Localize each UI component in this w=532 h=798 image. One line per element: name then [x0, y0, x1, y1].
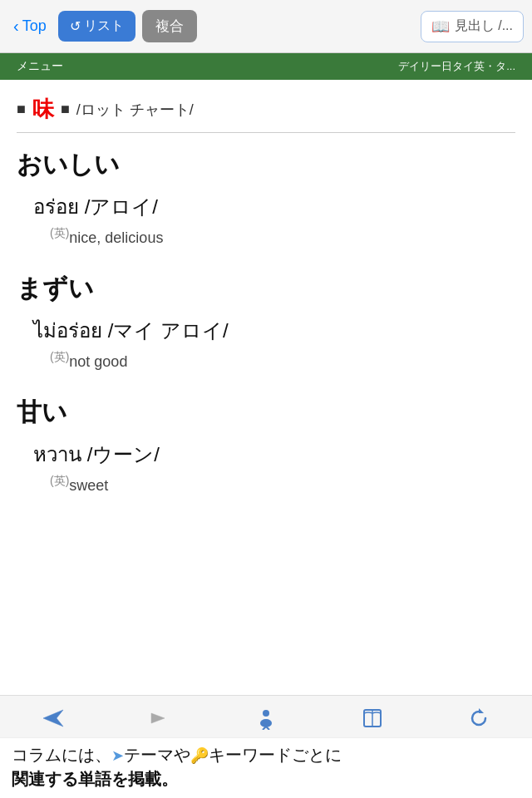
refresh-icon-toolbar — [467, 707, 490, 730]
entry-thai-2: หวาน /ウーン/ — [33, 438, 515, 470]
entry-oishii: おいしい อร่อย /アロイ/ (英)nice, delicious — [17, 148, 515, 247]
title-reading: /ロット チャート/ — [76, 100, 194, 120]
book-icon-button[interactable] — [354, 703, 391, 733]
main-content: ■ 味 ■ /ロット チャート/ おいしい อร่อย /アロイ/ (英)nic… — [0, 80, 532, 528]
entry-mazui: まずい ไม่อร่อย /マイ アロイ/ (英)not good — [17, 272, 515, 371]
title-square2: ■ — [61, 101, 70, 118]
svg-marker-1 — [151, 713, 165, 723]
svg-marker-7 — [479, 708, 484, 713]
entry-amai: 甘い หวาน /ウーン/ (英)sweet — [17, 396, 515, 495]
refresh-icon-button[interactable] — [461, 703, 497, 733]
svg-point-2 — [263, 710, 269, 717]
title-line: ■ 味 ■ /ロット チャート/ — [17, 95, 515, 124]
title-divider — [17, 132, 515, 133]
entry-english-2: (英)sweet — [50, 474, 515, 495]
book-icon: 📖 — [431, 17, 450, 36]
nav-bar: ‹ Top ↺ リスト 複合 📖 見出し /... — [0, 0, 532, 53]
green-bar-menu: メニュー — [17, 59, 63, 74]
key-icon: 🔑 — [190, 746, 209, 766]
title-square1: ■ — [17, 101, 26, 118]
entry-heading-2: 甘い — [17, 396, 515, 430]
book-icon-toolbar — [361, 707, 384, 730]
entry-thai-0: อร่อย /アロイ/ — [33, 190, 515, 223]
midashi-button[interactable]: 📖 見出し /... — [421, 11, 524, 42]
entry-thai-1: ไม่อร่อย /マイ アロイ/ — [33, 314, 515, 347]
green-header-bar: メニュー デイリー日タイ英・タ... — [0, 53, 532, 80]
send-icon — [42, 707, 65, 730]
entry-heading-0: おいしい — [17, 148, 515, 182]
forward-icon-button[interactable] — [141, 703, 178, 733]
svg-point-3 — [260, 719, 272, 727]
fukugo-button-label: 複合 — [155, 18, 184, 34]
bottom-text-area: コラムには、➤テーマや🔑キーワードごとに 関連する単語を掲載。 — [0, 737, 532, 798]
chevron-left-icon: ‹ — [13, 17, 19, 36]
green-bar-title: デイリー日タイ英・タ... — [398, 59, 515, 74]
fukugo-button[interactable]: 複合 — [142, 10, 197, 42]
refresh-icon: ↺ — [70, 18, 81, 34]
title-kanji: 味 — [32, 95, 54, 124]
list-button[interactable]: ↺ リスト — [58, 11, 135, 42]
theme-icon-button[interactable] — [248, 703, 284, 733]
svg-line-5 — [263, 727, 266, 730]
arrow-icon: ➤ — [111, 747, 124, 764]
back-button[interactable]: ‹ Top — [8, 13, 52, 39]
entry-english-0: (英)nice, delicious — [50, 226, 515, 247]
theme-icon — [254, 707, 278, 730]
bottom-text-line2: 関連する単語を掲載。 — [12, 766, 520, 791]
toolbar-icons-row — [0, 696, 532, 737]
back-label: Top — [22, 17, 47, 35]
send-icon-button[interactable] — [35, 703, 71, 733]
bottom-text-line1: コラムには、➤テーマや🔑キーワードごとに — [12, 743, 520, 766]
forward-icon — [148, 707, 171, 730]
svg-line-4 — [266, 727, 269, 730]
bottom-toolbar: コラムには、➤テーマや🔑キーワードごとに 関連する単語を掲載。 — [0, 695, 532, 798]
entry-heading-1: まずい — [17, 272, 515, 306]
midashi-button-label: 見出し /... — [455, 17, 513, 35]
list-button-label: リスト — [84, 17, 124, 35]
svg-marker-0 — [43, 710, 63, 727]
entry-english-1: (英)not good — [50, 350, 515, 371]
